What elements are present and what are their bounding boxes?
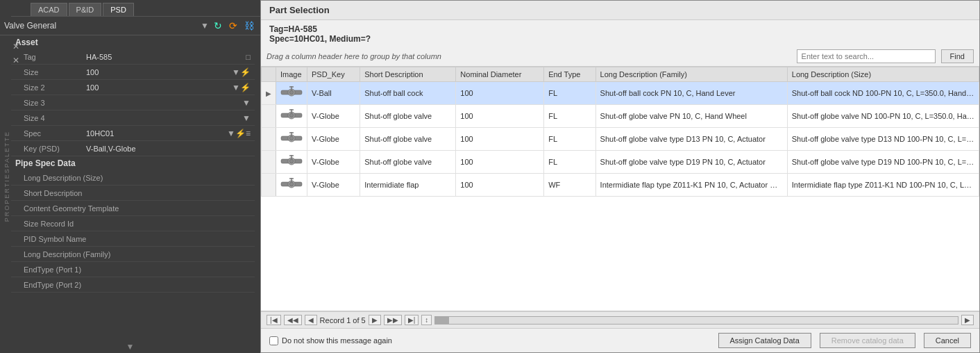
svg-point-12 [289,136,294,140]
lightning-size2-icon[interactable]: ⚡ [240,83,251,92]
row-image [276,128,307,151]
col-endtype[interactable]: End Type [544,67,595,82]
row-short-desc: Shut-off globe valve [360,128,456,151]
scroll-thumb [435,317,449,324]
remove-catalog-button[interactable]: Remove catalog data [820,333,915,348]
row-long-desc-size: Shut-off globe valve type D13 ND 100-PN … [787,128,979,151]
row-end-type: WF [544,174,595,197]
navigation-bar: |◀ ◀◀ ◀ Record 1 of 5 ▶ ▶▶ ▶| ↕ ▶ [261,311,979,329]
dropdown-icon[interactable]: ▼ [201,21,209,31]
svg-point-22 [289,182,294,186]
pipe-spec-item-6: EndType (Port 1) [11,262,255,277]
pipe-spec-item-5: Long Description (Family) [11,247,255,262]
left-panel: PROPERTIESPALETTE ✕ ✕ ACAD P&ID PSD Valv… [0,0,260,353]
row-selector [262,105,276,128]
dialog-title: Part Selection [261,1,979,20]
prop-label-size2: Size 2 [24,83,86,92]
row-end-type: FL [544,105,595,128]
table-row[interactable]: V-GlobeIntermidiate flap100WFIntermidiat… [262,174,979,197]
row-image [276,174,307,197]
col-longdesc-family[interactable]: Long Description (Family) [595,67,787,82]
assign-catalog-button[interactable]: Assign Catalog Data [718,333,811,348]
pipe-spec-item-2: Content Geometry Template [11,201,255,216]
bottom-bar: Do not show this message again Assign Ca… [261,329,979,352]
nav-next[interactable]: ▶ [369,315,381,325]
scroll-down-indicator[interactable]: ▼ [0,340,260,353]
pipe-spec-item-7: EndType (Port 2) [11,277,255,293]
search-input[interactable] [797,49,936,63]
dialog-tag-info: Tag=HA-585 Spec=10HC01, Medium=? [261,20,979,47]
dropdown-size-icon[interactable]: ▼ [232,67,240,77]
dropdown-size4-icon[interactable]: ▼ [242,113,251,123]
nav-prev[interactable]: ◀ [305,315,317,325]
properties-palette-label: PROPERTIESPALETTE [3,131,10,222]
dont-show-checkbox[interactable] [269,336,278,345]
nav-next-next[interactable]: ▶▶ [384,315,402,325]
row-nom-dia: 100 [456,105,544,128]
tab-acad[interactable]: ACAD [31,3,67,16]
prop-action-tag-square[interactable]: □ [246,53,251,61]
close-icon-1[interactable]: ✕ [12,42,19,51]
nav-first[interactable]: |◀ [267,315,281,325]
table-row[interactable]: V-GlobeShut-off globe valve100FLShut-off… [262,105,979,128]
prop-row-size3: Size 3 ▼ [11,95,255,110]
dropdown-size2-icon[interactable]: ▼ [232,83,240,92]
lightning-spec-icon[interactable]: ⚡ [235,129,246,138]
sync-icon[interactable]: ⟳ [227,19,239,32]
pipe-spec-item-1: Short Description [11,186,255,201]
close-icon-2[interactable]: ✕ [12,56,19,65]
prop-row-size4: Size 4 ▼ [11,110,255,126]
table-row[interactable]: V-GlobeShut-off globe valve100FLShut-off… [262,151,979,174]
row-selector [262,151,276,174]
prop-value-keypsd: V-Ball,V-Globe [86,145,251,153]
dropdown-size3-icon[interactable]: ▼ [242,98,251,108]
col-psdkey[interactable]: PSD_Key [307,67,360,82]
drag-hint: Drag a column header here to group by th… [267,52,791,60]
table-row[interactable]: V-GlobeShut-off globe valve100FLShut-off… [262,128,979,151]
prop-label-keypsd: Key (PSD) [24,145,86,153]
svg-point-2 [289,90,294,95]
row-short-desc: Shut-off ball cock [360,82,456,105]
col-image[interactable]: Image [276,67,307,82]
nav-last[interactable]: ▶| [405,315,419,325]
row-nom-dia: 100 [456,174,544,197]
nav-sync[interactable]: ↕ [421,315,432,325]
prop-value-size2: 100 [86,83,232,92]
list-spec-icon[interactable]: ≡ [246,129,251,138]
nav-scroll-right[interactable]: ▶ [961,315,974,325]
tab-psd[interactable]: PSD [103,3,134,16]
row-psd-key: V-Globe [307,174,360,197]
tab-pid[interactable]: P&ID [69,3,102,16]
horizontal-scrollbar[interactable] [434,316,958,325]
row-long-desc-family: Shut-off globe valve type D19 PN 10, C, … [595,151,787,174]
find-button[interactable]: Find [941,49,974,63]
prop-value-size: 100 [86,68,232,76]
row-image [276,82,307,105]
dont-show-checkbox-label[interactable]: Do not show this message again [269,336,392,345]
table-row[interactable]: ▶ V-BallShut-off ball cock100FLShut-off … [262,82,979,105]
cancel-button[interactable]: Cancel [924,333,971,348]
row-short-desc: Intermidiate flap [360,174,456,197]
row-short-desc: Shut-off globe valve [360,151,456,174]
nav-prev-prev[interactable]: ◀◀ [284,315,302,325]
row-selector [262,128,276,151]
row-nom-dia: 100 [456,82,544,105]
parts-table-container: Image PSD_Key Short Description Nominal … [261,67,979,311]
row-image [276,105,307,128]
col-shortdesc[interactable]: Short Description [360,67,456,82]
col-longdesc-size[interactable]: Long Description (Size) [787,67,979,82]
refresh-icon[interactable]: ↻ [212,19,224,32]
row-short-desc: Shut-off globe valve [360,105,456,128]
prop-label-size4: Size 4 [24,114,86,122]
row-end-type: FL [544,128,595,151]
col-nomdia[interactable]: Nominal Diameter [456,67,544,82]
col-selector [262,67,276,82]
row-nom-dia: 100 [456,128,544,151]
lightning-size-icon[interactable]: ⚡ [240,67,251,77]
row-end-type: FL [544,151,595,174]
dropdown-spec-icon[interactable]: ▼ [227,129,235,138]
link-icon[interactable]: ⛓ [242,19,256,32]
tag-line1: Tag=HA-585 [269,24,971,34]
dialog-toolbar: Drag a column header here to group by th… [261,47,979,67]
row-long-desc-size: Shut-off globe valve type D19 ND 100-PN … [787,151,979,174]
